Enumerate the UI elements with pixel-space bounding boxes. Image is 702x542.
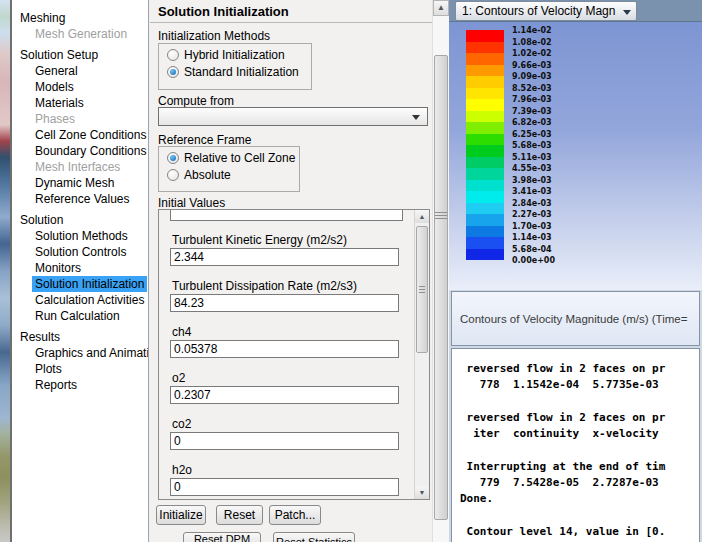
sidebar-item-calculation-activities[interactable]: Calculation Activities bbox=[32, 292, 147, 308]
sidebar-item-monitors[interactable]: Monitors bbox=[32, 260, 84, 276]
reset-statistics-button[interactable]: Reset Statistics bbox=[273, 532, 355, 542]
radio-label: Relative to Cell Zone bbox=[184, 151, 295, 165]
sidebar-item-reference-values[interactable]: Reference Values bbox=[32, 191, 133, 207]
page-title: Solution Initialization bbox=[158, 4, 289, 19]
legend-label: 1.02e-02 bbox=[512, 49, 552, 58]
radio-standard-initialization[interactable]: Standard Initialization bbox=[167, 65, 299, 79]
scrollbar-thumb[interactable] bbox=[434, 55, 448, 520]
sidebar-item-mesh-interfaces[interactable]: Mesh Interfaces bbox=[32, 159, 123, 175]
sidebar-section-results[interactable]: Results bbox=[18, 329, 62, 345]
legend-label: 3.41e-03 bbox=[512, 187, 552, 196]
scrollbar-thumb[interactable] bbox=[416, 226, 428, 353]
sidebar-item-dynamic-mesh[interactable]: Dynamic Mesh bbox=[32, 175, 117, 191]
field-input-turbulent-kinetic-energy-m2-s2[interactable] bbox=[170, 248, 399, 266]
sidebar-section-solution[interactable]: Solution bbox=[18, 212, 65, 228]
legend-label: 2.27e-03 bbox=[512, 210, 552, 219]
field-input-o2[interactable] bbox=[170, 386, 399, 404]
legend-band bbox=[466, 180, 504, 192]
legend-label: 5.68e-04 bbox=[512, 245, 552, 254]
graphics-panel: 1: Contours of Velocity Magn 1.14e-021.0… bbox=[449, 0, 702, 542]
radio-relative-to-cell-zone[interactable]: Relative to Cell Zone bbox=[167, 151, 295, 165]
compute-from-select[interactable] bbox=[158, 107, 428, 126]
sidebar-item-reports[interactable]: Reports bbox=[32, 377, 80, 393]
field-label-turbulent-dissipation-rate-m2-s3: Turbulent Dissipation Rate (m2/s3) bbox=[172, 279, 415, 293]
legend-band bbox=[466, 203, 504, 215]
legend-band bbox=[466, 99, 504, 111]
legend-band bbox=[466, 122, 504, 134]
sidebar-item-plots[interactable]: Plots bbox=[32, 361, 65, 377]
background-window-sliver bbox=[0, 0, 12, 542]
sidebar-item-run-calculation[interactable]: Run Calculation bbox=[32, 308, 123, 324]
field-co2: co2 bbox=[159, 417, 415, 450]
initialization-methods-label: Initialization Methods bbox=[158, 29, 270, 43]
sidebar-item-solution-controls[interactable]: Solution Controls bbox=[32, 244, 129, 260]
console-text: reversed flow in 2 faces on pr 778 1.154… bbox=[452, 349, 699, 540]
legend-label: 8.52e-03 bbox=[512, 84, 552, 93]
sidebar-item-cell-zone-conditions[interactable]: Cell Zone Conditions bbox=[32, 127, 149, 143]
contour-viewport[interactable]: 1.14e-021.08e-021.02e-029.66e-039.09e-03… bbox=[449, 22, 702, 290]
reference-frame-group: Relative to Cell Zone Absolute bbox=[158, 146, 300, 192]
initial-values-scrollarea: Turbulent Kinetic Energy (m2/s2)Turbulen… bbox=[158, 209, 430, 500]
legend-label: 3.98e-03 bbox=[512, 176, 552, 185]
field-input-turbulent-dissipation-rate-m2-s3[interactable] bbox=[170, 294, 399, 312]
radio-absolute[interactable]: Absolute bbox=[167, 168, 231, 182]
reference-frame-label: Reference Frame bbox=[158, 133, 251, 147]
legend-label: 5.68e-03 bbox=[512, 141, 552, 150]
legend-label: 1.08e-02 bbox=[512, 38, 552, 47]
reset-button[interactable]: Reset bbox=[216, 505, 263, 525]
field-label-o2: o2 bbox=[172, 371, 415, 385]
field-input-h2o[interactable] bbox=[170, 478, 399, 496]
field-h2o: h2o bbox=[159, 463, 415, 496]
legend-label: 5.11e-03 bbox=[512, 153, 552, 162]
sidebar-item-graphics-and-animations[interactable]: Graphics and Animations bbox=[32, 345, 149, 361]
sidebar-item-general[interactable]: General bbox=[32, 63, 81, 79]
sidebar-section-meshing[interactable]: Meshing bbox=[18, 10, 67, 26]
scroll-up-icon[interactable]: ▲ bbox=[433, 0, 449, 16]
legend-band bbox=[466, 214, 504, 226]
legend-label: 6.82e-03 bbox=[512, 118, 552, 127]
legend-label: 6.25e-03 bbox=[512, 130, 552, 139]
radio-icon bbox=[167, 152, 179, 164]
sidebar-item-materials[interactable]: Materials bbox=[32, 95, 87, 111]
radio-label: Absolute bbox=[184, 168, 231, 182]
legend-label: 9.66e-03 bbox=[512, 61, 552, 70]
sidebar-item-solution-methods[interactable]: Solution Methods bbox=[32, 228, 131, 244]
console-pane[interactable]: reversed flow in 2 faces on pr 778 1.154… bbox=[451, 348, 700, 542]
sidebar-tree: MeshingMesh GenerationSolution SetupGene… bbox=[12, 10, 148, 393]
radio-icon bbox=[167, 66, 179, 78]
initialization-methods-group: Hybrid Initialization Standard Initializ… bbox=[158, 43, 312, 90]
sidebar-section-solution-setup[interactable]: Solution Setup bbox=[18, 47, 100, 63]
initial-values-label: Initial Values bbox=[158, 196, 225, 210]
scroll-up-icon[interactable]: ▲ bbox=[415, 210, 429, 223]
sidebar-item-phases[interactable]: Phases bbox=[32, 111, 78, 127]
reset-dpm-sources-button[interactable]: Reset DPM Sources bbox=[183, 532, 261, 542]
legend-band bbox=[466, 42, 504, 54]
graphics-toolbar: 1: Contours of Velocity Magn bbox=[449, 0, 702, 22]
patch-button[interactable]: Patch... bbox=[269, 505, 321, 525]
radio-hybrid-initialization[interactable]: Hybrid Initialization bbox=[167, 48, 285, 62]
radio-label: Hybrid Initialization bbox=[184, 48, 285, 62]
scroll-down-icon[interactable]: ▼ bbox=[415, 486, 429, 499]
field-label-co2: co2 bbox=[172, 417, 415, 431]
field-input-ch4[interactable] bbox=[170, 340, 399, 358]
legend-band bbox=[466, 111, 504, 123]
legend-band bbox=[466, 145, 504, 157]
initial-values-fields: Turbulent Kinetic Energy (m2/s2)Turbulen… bbox=[159, 210, 415, 499]
legend-band bbox=[466, 157, 504, 169]
sidebar-item-boundary-conditions[interactable]: Boundary Conditions bbox=[32, 143, 149, 159]
view-selector-dropdown[interactable]: 1: Contours of Velocity Magn bbox=[455, 1, 637, 21]
legend-band bbox=[466, 226, 504, 238]
task-page-scrollbar[interactable]: ▲ bbox=[432, 0, 449, 542]
sidebar-item-solution-initialization[interactable]: Solution Initialization bbox=[32, 276, 147, 292]
legend-label: 2.84e-03 bbox=[512, 199, 552, 208]
field-input-co2[interactable] bbox=[170, 432, 399, 450]
sidebar-item-mesh-generation[interactable]: Mesh Generation bbox=[32, 26, 130, 42]
legend-label: 1.14e-02 bbox=[512, 26, 552, 35]
initial-values-scrollbar[interactable]: ▲ ▼ bbox=[414, 210, 429, 499]
radio-label: Standard Initialization bbox=[184, 65, 299, 79]
sidebar-item-models[interactable]: Models bbox=[32, 79, 77, 95]
compute-from-label: Compute from bbox=[158, 94, 234, 108]
legend-band bbox=[466, 65, 504, 77]
initialize-button[interactable]: Initialize bbox=[156, 505, 206, 525]
legend-label: 4.55e-03 bbox=[512, 164, 552, 173]
